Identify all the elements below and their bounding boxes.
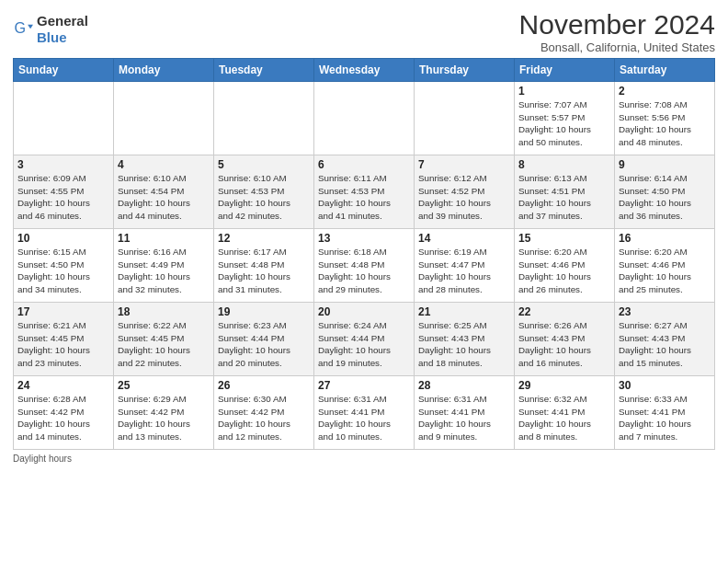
day-info: Sunrise: 6:23 AM Sunset: 4:44 PM Dayligh… [218,319,310,370]
day-number: 11 [118,232,210,245]
title-block: November 2024 Bonsall, California, Unite… [519,9,715,54]
calendar-cell [214,82,314,155]
svg-text:G: G [14,19,26,36]
calendar-cell: 25Sunrise: 6:29 AM Sunset: 4:42 PM Dayli… [114,376,214,450]
logo-general: General [37,13,88,29]
calendar-cell: 1Sunrise: 7:07 AM Sunset: 5:57 PM Daylig… [515,82,615,155]
footer-note: Daylight hours [13,454,715,464]
day-info: Sunrise: 6:15 AM Sunset: 4:50 PM Dayligh… [17,246,109,296]
calendar-cell: 15Sunrise: 6:20 AM Sunset: 4:46 PM Dayli… [515,229,615,303]
calendar-week-1: 3Sunrise: 6:09 AM Sunset: 4:55 PM Daylig… [14,155,715,229]
weekday-header-row: SundayMondayTuesdayWednesdayThursdayFrid… [14,59,715,82]
day-number: 24 [17,379,109,392]
calendar-cell: 10Sunrise: 6:15 AM Sunset: 4:50 PM Dayli… [14,229,114,303]
day-info: Sunrise: 6:18 AM Sunset: 4:48 PM Dayligh… [318,246,410,296]
day-info: Sunrise: 6:31 AM Sunset: 4:41 PM Dayligh… [318,393,410,443]
day-info: Sunrise: 6:20 AM Sunset: 4:46 PM Dayligh… [518,246,610,296]
calendar-week-3: 17Sunrise: 6:21 AM Sunset: 4:45 PM Dayli… [14,303,715,376]
calendar-cell [114,82,214,155]
day-number: 12 [218,232,310,245]
location-subtitle: Bonsall, California, United States [519,40,715,54]
day-info: Sunrise: 6:09 AM Sunset: 4:55 PM Dayligh… [17,172,109,223]
day-number: 6 [318,158,410,171]
day-number: 3 [17,158,109,171]
day-info: Sunrise: 6:26 AM Sunset: 4:43 PM Dayligh… [518,319,610,370]
svg-marker-1 [28,25,33,29]
day-number: 19 [218,305,310,318]
logo-blue: Blue [37,29,67,45]
calendar-cell: 3Sunrise: 6:09 AM Sunset: 4:55 PM Daylig… [14,155,114,229]
day-number: 17 [17,305,109,318]
day-number: 4 [118,158,210,171]
day-number: 28 [418,379,510,392]
weekday-header-friday: Friday [515,59,615,82]
day-number: 2 [619,85,711,98]
day-info: Sunrise: 6:33 AM Sunset: 4:41 PM Dayligh… [619,393,711,443]
calendar-table: SundayMondayTuesdayWednesdayThursdayFrid… [13,58,715,450]
calendar-cell: 26Sunrise: 6:30 AM Sunset: 4:42 PM Dayli… [214,376,314,450]
day-info: Sunrise: 6:32 AM Sunset: 4:41 PM Dayligh… [518,393,610,443]
day-info: Sunrise: 6:29 AM Sunset: 4:42 PM Dayligh… [118,393,210,443]
day-number: 25 [118,379,210,392]
calendar-cell: 5Sunrise: 6:10 AM Sunset: 4:53 PM Daylig… [214,155,314,229]
calendar-cell: 18Sunrise: 6:22 AM Sunset: 4:45 PM Dayli… [114,303,214,376]
day-info: Sunrise: 6:17 AM Sunset: 4:48 PM Dayligh… [218,246,310,296]
calendar-body: 1Sunrise: 7:07 AM Sunset: 5:57 PM Daylig… [14,82,715,450]
calendar-cell: 4Sunrise: 6:10 AM Sunset: 4:54 PM Daylig… [114,155,214,229]
day-info: Sunrise: 6:10 AM Sunset: 4:54 PM Dayligh… [118,172,210,223]
calendar-cell: 20Sunrise: 6:24 AM Sunset: 4:44 PM Dayli… [314,303,415,376]
day-info: Sunrise: 6:11 AM Sunset: 4:53 PM Dayligh… [318,172,410,223]
day-number: 16 [619,232,711,245]
calendar-cell: 17Sunrise: 6:21 AM Sunset: 4:45 PM Dayli… [14,303,114,376]
calendar-cell: 22Sunrise: 6:26 AM Sunset: 4:43 PM Dayli… [515,303,615,376]
calendar-cell: 9Sunrise: 6:14 AM Sunset: 4:50 PM Daylig… [615,155,715,229]
day-number: 18 [118,305,210,318]
day-number: 26 [218,379,310,392]
day-info: Sunrise: 6:21 AM Sunset: 4:45 PM Dayligh… [17,319,109,370]
day-number: 14 [418,232,510,245]
day-number: 30 [619,379,711,392]
day-info: Sunrise: 7:07 AM Sunset: 5:57 PM Dayligh… [518,98,610,149]
weekday-header-monday: Monday [114,59,214,82]
calendar-week-4: 24Sunrise: 6:28 AM Sunset: 4:42 PM Dayli… [14,376,715,450]
calendar-week-0: 1Sunrise: 7:07 AM Sunset: 5:57 PM Daylig… [14,82,715,155]
day-number: 23 [619,305,711,318]
day-number: 7 [418,158,510,171]
calendar-cell: 27Sunrise: 6:31 AM Sunset: 4:41 PM Dayli… [314,376,415,450]
day-info: Sunrise: 6:27 AM Sunset: 4:43 PM Dayligh… [619,319,711,370]
weekday-header-sunday: Sunday [14,59,114,82]
day-info: Sunrise: 6:30 AM Sunset: 4:42 PM Dayligh… [218,393,310,443]
calendar-cell: 2Sunrise: 7:08 AM Sunset: 5:56 PM Daylig… [615,82,715,155]
day-number: 5 [218,158,310,171]
calendar-cell [314,82,415,155]
day-number: 20 [318,305,410,318]
day-info: Sunrise: 6:10 AM Sunset: 4:53 PM Dayligh… [218,172,310,223]
day-info: Sunrise: 6:13 AM Sunset: 4:51 PM Dayligh… [518,172,610,223]
logo-icon: G [13,19,33,40]
calendar-cell: 24Sunrise: 6:28 AM Sunset: 4:42 PM Dayli… [14,376,114,450]
calendar-cell: 8Sunrise: 6:13 AM Sunset: 4:51 PM Daylig… [515,155,615,229]
weekday-header-tuesday: Tuesday [214,59,314,82]
day-number: 29 [518,379,610,392]
day-number: 9 [619,158,711,171]
month-title: November 2024 [519,9,715,40]
calendar-week-2: 10Sunrise: 6:15 AM Sunset: 4:50 PM Dayli… [14,229,715,303]
day-number: 27 [318,379,410,392]
calendar-cell: 12Sunrise: 6:17 AM Sunset: 4:48 PM Dayli… [214,229,314,303]
day-number: 15 [518,232,610,245]
day-info: Sunrise: 6:16 AM Sunset: 4:49 PM Dayligh… [118,246,210,296]
day-info: Sunrise: 6:14 AM Sunset: 4:50 PM Dayligh… [619,172,711,223]
calendar-cell: 30Sunrise: 6:33 AM Sunset: 4:41 PM Dayli… [615,376,715,450]
calendar-cell: 23Sunrise: 6:27 AM Sunset: 4:43 PM Dayli… [615,303,715,376]
calendar-cell: 21Sunrise: 6:25 AM Sunset: 4:43 PM Dayli… [415,303,515,376]
page-container: G General Blue November 2024 Bonsall, Ca… [0,0,728,469]
day-number: 13 [318,232,410,245]
day-info: Sunrise: 6:24 AM Sunset: 4:44 PM Dayligh… [318,319,410,370]
day-info: Sunrise: 7:08 AM Sunset: 5:56 PM Dayligh… [619,98,711,149]
day-info: Sunrise: 6:28 AM Sunset: 4:42 PM Dayligh… [17,393,109,443]
calendar-cell: 13Sunrise: 6:18 AM Sunset: 4:48 PM Dayli… [314,229,415,303]
day-number: 10 [17,232,109,245]
calendar-cell [14,82,114,155]
calendar-cell: 7Sunrise: 6:12 AM Sunset: 4:52 PM Daylig… [415,155,515,229]
day-info: Sunrise: 6:20 AM Sunset: 4:46 PM Dayligh… [619,246,711,296]
